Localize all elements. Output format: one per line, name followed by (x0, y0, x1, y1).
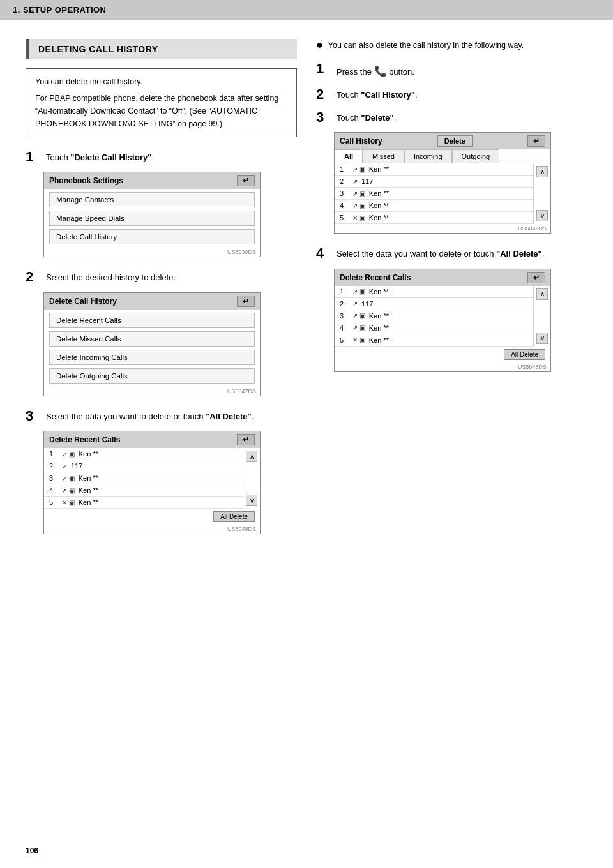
tab-all[interactable]: All (335, 149, 363, 163)
list-item[interactable]: 5 ✕ ▣ Ken ** (44, 497, 243, 509)
menu-delete-incoming[interactable]: Delete Incoming Calls (49, 350, 255, 365)
all-delete-btn[interactable]: All Delete (213, 511, 255, 522)
left-step-3: 3 Select the data you want to delete or … (26, 408, 297, 424)
info-line-2: For PBAP compatible phone, delete the ph… (35, 92, 287, 130)
delete-recent-left-title-bar: Delete Recent Calls ↵ (44, 431, 260, 448)
step-number-1: 1 (26, 149, 40, 165)
section-title: DELETING CALL HISTORY (26, 39, 297, 59)
screenshot-id-recent-left: US5048DS (44, 525, 260, 534)
list-item[interactable]: 5 ✕ ▣ Ken ** (335, 212, 533, 224)
delete-history-back-btn[interactable]: ↵ (237, 296, 255, 307)
menu-manage-speed-dials[interactable]: Manage Speed Dials (49, 211, 255, 226)
scroll-column-2: ∧ ∨ (533, 163, 550, 224)
call-history-screenshot: Call History Delete ↵ All Missed Incomin… (334, 132, 551, 234)
step-text-2: Select the desired history to delete. (46, 269, 176, 285)
info-box: You can delete the call history. For PBA… (26, 68, 297, 137)
screenshot-id-delete-history: US5047DS (44, 387, 260, 396)
right-step-number-1: 1 (316, 61, 330, 77)
list-item[interactable]: 3 ↗ ▣ Ken ** (335, 310, 533, 322)
scroll-up-btn-2[interactable]: ∧ (536, 166, 548, 177)
call-history-title-bar: Call History Delete ↵ (335, 133, 550, 149)
step-number-2: 2 (26, 269, 40, 285)
screenshot-id-call-history: US5049DS (335, 224, 550, 233)
scroll-down-btn-3[interactable]: ∨ (536, 333, 548, 344)
scroll-up-btn[interactable]: ∧ (246, 451, 257, 462)
call-history-rows: 1 ↗ ▣ Ken ** 2 ↗ 117 3 ↗ ▣ Ken ** (335, 163, 533, 224)
scroll-up-btn-3[interactable]: ∧ (536, 288, 548, 300)
step-text-1: Touch "Delete Call History". (46, 149, 154, 165)
bullet-dot: ● (316, 39, 323, 52)
list-item[interactable]: 3 ↗ ▣ Ken ** (335, 188, 533, 200)
step-text-3: Select the data you want to delete or to… (46, 408, 254, 424)
list-item[interactable]: 5 ✕ ▣ Ken ** (335, 334, 533, 347)
menu-manage-contacts[interactable]: Manage Contacts (49, 192, 255, 207)
delete-recent-right-back[interactable]: ↵ (527, 272, 545, 283)
delete-history-title-bar: Delete Call History ↵ (44, 293, 260, 310)
call-history-back-btn[interactable]: ↵ (527, 135, 545, 147)
phonebook-title: Phonebook Settings (49, 176, 123, 185)
right-step-text-2: Touch "Call History". (337, 86, 418, 102)
phone-icon: 📞 (374, 66, 387, 77)
list-item[interactable]: 3 ↗ ▣ Ken ** (44, 472, 243, 484)
right-step-text-4: Select the data you want to delete or to… (337, 245, 544, 261)
delete-recent-left-back[interactable]: ↵ (237, 434, 255, 445)
list-item[interactable]: 4 ↗ ▣ Ken ** (335, 322, 533, 334)
list-item[interactable]: 2 ↗ 117 (44, 460, 243, 472)
page-number: 106 (26, 846, 38, 855)
right-step-text-3: Touch "Delete". (337, 109, 396, 125)
right-step-2: 2 Touch "Call History". (316, 86, 587, 103)
delete-recent-right-list: 1 ↗ ▣ Ken ** 2 ↗ 117 3 ↗ ▣ Ken ** (335, 286, 550, 347)
right-step-1: 1 Press the 📞 button. (316, 61, 587, 80)
delete-recent-right-title-bar: Delete Recent Calls ↵ (335, 269, 550, 286)
list-item[interactable]: 1 ↗ ▣ Ken ** (335, 286, 533, 298)
delete-history-screenshot: Delete Call History ↵ Delete Recent Call… (43, 292, 261, 396)
phonebook-back-btn[interactable]: ↵ (237, 175, 255, 186)
call-history-tab-bar: All Missed Incoming Outgoing (335, 149, 550, 163)
list-item[interactable]: 4 ↗ ▣ Ken ** (44, 484, 243, 497)
bullet-line: ● You can also delete the call history i… (316, 39, 587, 52)
left-step-1: 1 Touch "Delete Call History". (26, 149, 297, 165)
delete-history-title: Delete Call History (49, 297, 117, 306)
list-item[interactable]: 2 ↗ 117 (335, 298, 533, 310)
scroll-column-3: ∧ ∨ (533, 286, 550, 347)
call-history-title: Call History (340, 137, 382, 146)
list-item[interactable]: 1 ↗ ▣ Ken ** (335, 163, 533, 176)
all-delete-area-right: All Delete (335, 347, 550, 363)
call-history-delete-btn[interactable]: Delete (437, 135, 473, 147)
screenshot-id-phonebook: US5030DS (44, 248, 260, 257)
menu-delete-call-history[interactable]: Delete Call History (49, 229, 255, 244)
delete-recent-left-screenshot: Delete Recent Calls ↵ 1 ↗ ▣ Ken ** 2 ↗ (43, 431, 261, 534)
step-number-3: 3 (26, 408, 40, 424)
scroll-down-btn-2[interactable]: ∨ (536, 210, 548, 221)
right-step-text-1: Press the 📞 button. (337, 61, 414, 80)
list-item[interactable]: 2 ↗ 117 (335, 176, 533, 188)
tab-incoming[interactable]: Incoming (404, 149, 452, 163)
all-delete-area: All Delete (44, 509, 260, 525)
call-history-list: 1 ↗ ▣ Ken ** 2 ↗ 117 3 ↗ ▣ Ken ** (335, 163, 550, 224)
delete-recent-right-rows: 1 ↗ ▣ Ken ** 2 ↗ 117 3 ↗ ▣ Ken ** (335, 286, 533, 347)
tab-outgoing[interactable]: Outgoing (452, 149, 500, 163)
phonebook-title-bar: Phonebook Settings ↵ (44, 172, 260, 189)
right-column: ● You can also delete the call history i… (316, 39, 587, 546)
delete-recent-left-list: 1 ↗ ▣ Ken ** 2 ↗ 117 3 ↗ ▣ Ken ** (44, 448, 260, 509)
screenshot-id-recent-right: US5048DS (335, 363, 550, 371)
right-step-number-2: 2 (316, 86, 330, 103)
page-header: 1. SETUP OPERATION (0, 0, 613, 20)
menu-delete-outgoing[interactable]: Delete Outgoing Calls (49, 368, 255, 384)
info-line-1: You can delete the call history. (35, 75, 287, 88)
scroll-down-btn[interactable]: ∨ (246, 495, 257, 506)
delete-recent-left-rows: 1 ↗ ▣ Ken ** 2 ↗ 117 3 ↗ ▣ Ken ** (44, 448, 243, 509)
list-item[interactable]: 4 ↗ ▣ Ken ** (335, 200, 533, 212)
menu-delete-recent[interactable]: Delete Recent Calls (49, 313, 255, 328)
left-column: DELETING CALL HISTORY You can delete the… (26, 39, 297, 546)
list-item[interactable]: 1 ↗ ▣ Ken ** (44, 448, 243, 460)
right-step-number-3: 3 (316, 109, 330, 126)
left-step-2: 2 Select the desired history to delete. (26, 269, 297, 285)
menu-delete-missed[interactable]: Delete Missed Calls (49, 331, 255, 347)
right-step-4: 4 Select the data you want to delete or … (316, 245, 587, 262)
all-delete-btn-right[interactable]: All Delete (504, 349, 545, 360)
tab-missed[interactable]: Missed (363, 149, 404, 163)
right-step-number-4: 4 (316, 245, 330, 262)
delete-recent-right-screenshot: Delete Recent Calls ↵ 1 ↗ ▣ Ken ** 2 ↗ (334, 269, 551, 372)
bullet-text: You can also delete the call history in … (328, 39, 524, 52)
